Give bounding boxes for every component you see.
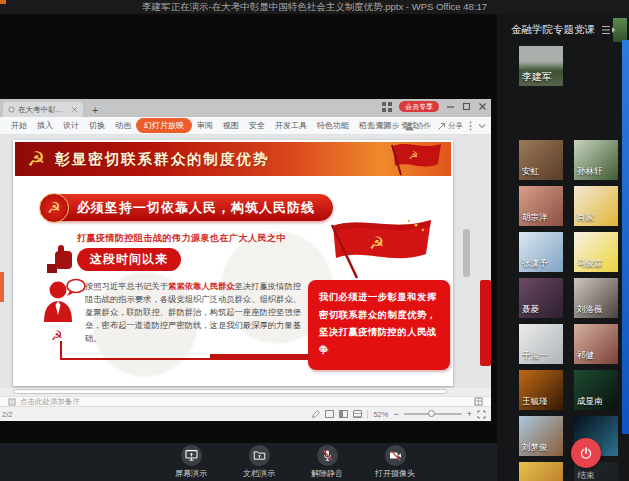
camera-off-icon[interactable]: [385, 445, 406, 466]
slideshow-view-icon[interactable]: [353, 410, 362, 418]
paragraph-text-before: 按照习近平总书记关于: [85, 281, 168, 291]
slide-sorter-view-icon[interactable]: [339, 410, 348, 418]
ribbon-tab-动画[interactable]: 动画: [110, 118, 136, 133]
participant-tile[interactable]: 刘梦俊: [519, 416, 563, 456]
connector-line-thick: [210, 354, 310, 360]
notes-placeholder[interactable]: 点击此处添加备注: [20, 397, 80, 407]
toolbar-button-文档演示[interactable]: 文档演示: [236, 443, 282, 479]
pen-icon[interactable]: [311, 410, 320, 419]
status-divider: [367, 410, 368, 419]
minimize-icon[interactable]: [446, 102, 455, 111]
new-tab-button[interactable]: +: [89, 103, 101, 117]
horizontal-scrollbar[interactable]: [13, 389, 447, 394]
participant-tile[interactable]: 成显南: [574, 370, 618, 410]
ribbon-tab-审阅[interactable]: 审阅: [192, 118, 218, 133]
svg-text:☭: ☭: [409, 150, 418, 161]
doc-share-icon[interactable]: [249, 445, 270, 466]
collapse-ribbon-icon[interactable]: [478, 123, 486, 129]
mic-muted-icon[interactable]: [317, 445, 338, 466]
close-icon[interactable]: [478, 102, 487, 111]
sidebar-header: 金融学院专题党课: [511, 23, 621, 37]
toolbar-button-屏幕演示[interactable]: 屏幕演示: [168, 443, 214, 479]
apps-grid-icon[interactable]: [382, 102, 392, 112]
zoom-out-button[interactable]: −: [393, 409, 398, 419]
ribbon-tab-视图[interactable]: 视图: [218, 118, 244, 133]
participant-tile[interactable]: 马俊霖: [574, 232, 618, 272]
toolbar-button-打开摄像头[interactable]: 打开摄像头: [372, 443, 418, 479]
presenting-title-text: 李建军正在演示-在大考中彰显中国特色社会主义制度优势.pptx - WPS Of…: [142, 1, 487, 12]
participant-tile[interactable]: 安虹: [519, 140, 563, 180]
participant-tile[interactable]: 王毓瑾: [519, 370, 563, 410]
notes-expand-icon[interactable]: [474, 397, 483, 406]
time-pill: 这段时间以来: [77, 248, 181, 271]
zoom-in-button[interactable]: +: [467, 409, 472, 419]
banner-text: 必须坚持一切依靠人民，构筑人民防线: [77, 199, 315, 217]
slide-paragraph: 按照习近平总书记关于紧紧依靠人民群众坚决打赢疫情防控阻击战的指示要求，各级党组织…: [85, 280, 301, 345]
participant-name: 马俊霖: [577, 258, 603, 270]
wps-tab-bar: 在大考中彰显中国特色社会主义制度优势 + 会员专享: [0, 99, 491, 117]
slide[interactable]: ☭ 彰显密切联系群众的制度优势 ☭ ☭ 必须坚持一切依靠人民，构筑人民防线: [13, 140, 453, 386]
participant-tile[interactable]: 祁健: [574, 324, 618, 364]
document-tab[interactable]: 在大考中彰显中国特色社会主义制度优势: [3, 102, 83, 117]
presenting-title-bar: 李建军正在演示-在大考中彰显中国特色社会主义制度优势.pptx - WPS Of…: [0, 0, 629, 14]
ribbon-tab-开发工具[interactable]: 开发工具: [270, 118, 312, 133]
wps-status-bar: 2/2 52% − +: [0, 406, 491, 421]
meeting-sidebar: 金融学院专题党课 李建军 安虹孙林轩胡宗洋肖家张潇予马俊霖聂菱刘洛薇于清一祁健王…: [497, 14, 629, 481]
tab-sync-icon: [8, 106, 15, 113]
participant-name: 张潇予: [522, 258, 548, 270]
participant-tile[interactable]: 聂菱: [519, 278, 563, 318]
party-emblem-icon: ☭: [27, 149, 45, 169]
participant-tile[interactable]: 张潇予: [519, 232, 563, 272]
ribbon-tab-特色功能[interactable]: 特色功能: [312, 118, 354, 133]
participant-name: 成显南: [577, 396, 603, 408]
tab-close-icon[interactable]: [71, 106, 78, 113]
slide-page-indicator: 2/2: [2, 410, 12, 419]
slide-subline: 打赢疫情防控阻击战的伟力源泉也在广大人民之中: [77, 232, 286, 245]
zoom-level[interactable]: 52%: [373, 410, 388, 419]
participant-tile[interactable]: 肖家: [574, 186, 618, 226]
toolbar-button-解除静音[interactable]: 解除静音: [304, 443, 350, 479]
ribbon-tab-插入[interactable]: 插入: [32, 118, 58, 133]
more-options-icon[interactable]: [469, 121, 472, 131]
toolbar-button-label: 打开摄像头: [375, 468, 415, 479]
collapse-panel-icon[interactable]: [601, 25, 616, 35]
presenter-name: 李建军: [522, 70, 552, 84]
end-meeting-control: 结束: [563, 438, 609, 481]
connector-line-vertical: [60, 341, 62, 358]
participant-tile[interactable]: 于清一: [519, 324, 563, 364]
vertical-scrollbar[interactable]: [463, 229, 470, 277]
ribbon-tabs: 开始插入设计切换动画幻灯片放映审阅视图安全开发工具特色功能稻壳资源查找: [6, 118, 422, 133]
ribbon-tab-安全[interactable]: 安全: [244, 118, 270, 133]
participant-name: 胡宗洋: [522, 212, 548, 224]
right-red-bar: [480, 280, 491, 366]
participant-tile[interactable]: [519, 462, 563, 481]
ribbon-tab-开始[interactable]: 开始: [6, 118, 32, 133]
normal-view-icon[interactable]: [325, 410, 334, 418]
ribbon-tab-设计[interactable]: 设计: [58, 118, 84, 133]
slide-key-banner: ☭ 必须坚持一切依靠人民，构筑人民防线: [41, 194, 333, 221]
participant-grid: 安虹孙林轩胡宗洋肖家张潇予马俊霖聂菱刘洛薇于清一祁健王毓瑾成显南刘梦俊陈轸: [519, 140, 618, 481]
end-meeting-label: 结束: [578, 470, 595, 481]
share-button[interactable]: 分享: [437, 121, 463, 131]
tabbar-right-controls: 会员专享: [382, 101, 487, 112]
ribbon-tab-切换[interactable]: 切换: [84, 118, 110, 133]
participant-tile[interactable]: 孙林轩: [574, 140, 618, 180]
slide-edit-canvas[interactable]: ☭ 彰显密切联系群众的制度优势 ☭ ☭ 必须坚持一切依靠人民，构筑人民防线: [0, 135, 491, 388]
sync-status-button[interactable]: ↻ 未同步: [368, 121, 399, 131]
participant-tile[interactable]: 胡宗洋: [519, 186, 563, 226]
document-tab-title: 在大考中彰显中国特色社会主义制度优势: [18, 105, 68, 115]
collaborate-button[interactable]: 协作: [405, 121, 431, 131]
presenter-video-tile[interactable]: 李建军: [519, 46, 563, 86]
ribbon-tab-幻灯片放映[interactable]: 幻灯片放映: [136, 118, 192, 133]
screen-share-icon[interactable]: [181, 445, 202, 466]
toolbar-buttons: 屏幕演示文档演示解除静音打开摄像头: [168, 443, 418, 479]
end-meeting-button[interactable]: [571, 438, 601, 468]
notes-bar[interactable]: 点击此处添加备注: [0, 396, 491, 406]
participant-tile[interactable]: 刘洛薇: [574, 278, 618, 318]
zoom-slider[interactable]: [404, 413, 462, 415]
member-promo-button[interactable]: 会员专享: [399, 101, 439, 112]
waving-flag-illustration: ☭: [319, 216, 439, 280]
fullscreen-icon[interactable]: [477, 410, 486, 419]
restore-icon[interactable]: [462, 102, 471, 111]
zoom-slider-knob[interactable]: [428, 410, 435, 417]
